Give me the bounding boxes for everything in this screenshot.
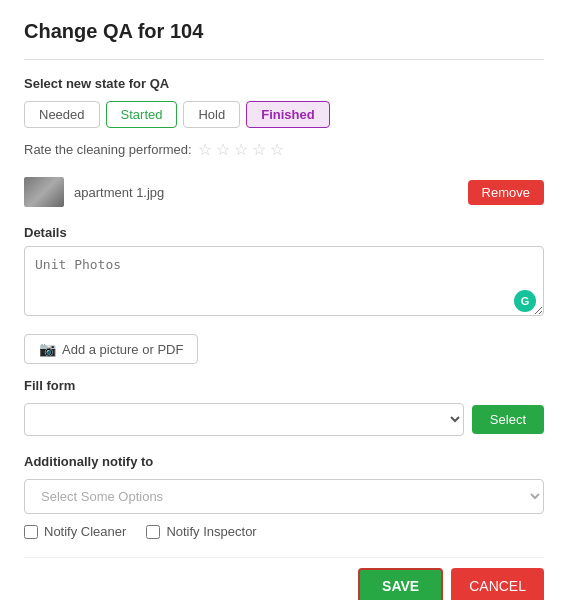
state-btn-started[interactable]: Started: [106, 101, 178, 128]
add-picture-button[interactable]: 📷 Add a picture or PDF: [24, 334, 198, 364]
image-row: apartment 1.jpg Remove: [24, 173, 544, 211]
thumb-inner: [24, 177, 64, 207]
rating-row: Rate the cleaning performed: ☆ ☆ ☆ ☆ ☆: [24, 140, 544, 159]
title-divider: [24, 59, 544, 60]
page-title: Change QA for 104: [24, 20, 544, 43]
state-label: Select new state for QA: [24, 76, 544, 91]
grammarly-letter: G: [521, 295, 530, 307]
notify-cleaner-item: Notify Cleaner: [24, 524, 126, 539]
details-section: Details G: [24, 225, 544, 320]
image-info: apartment 1.jpg: [24, 177, 164, 207]
notify-inspector-item: Notify Inspector: [146, 524, 256, 539]
stars-container: ☆ ☆ ☆ ☆ ☆: [198, 140, 284, 159]
star-1[interactable]: ☆: [198, 140, 212, 159]
star-2[interactable]: ☆: [216, 140, 230, 159]
image-filename: apartment 1.jpg: [74, 185, 164, 200]
camera-icon: 📷: [39, 341, 56, 357]
fill-form-row: Select: [24, 403, 544, 436]
notify-label: Additionally notify to: [24, 454, 544, 469]
notify-cleaner-label: Notify Cleaner: [44, 524, 126, 539]
details-label: Details: [24, 225, 544, 240]
fill-form-section: Fill form Select: [24, 378, 544, 436]
grammarly-icon: G: [514, 290, 536, 312]
star-4[interactable]: ☆: [252, 140, 266, 159]
cancel-button[interactable]: CANCEL: [451, 568, 544, 600]
save-button[interactable]: SAVE: [358, 568, 443, 600]
add-picture-label: Add a picture or PDF: [62, 342, 183, 357]
star-5[interactable]: ☆: [270, 140, 284, 159]
action-row: SAVE CANCEL: [24, 557, 544, 600]
fill-form-label: Fill form: [24, 378, 544, 393]
notify-inspector-label: Notify Inspector: [166, 524, 256, 539]
star-3[interactable]: ☆: [234, 140, 248, 159]
state-btn-hold[interactable]: Hold: [183, 101, 240, 128]
fill-form-select[interactable]: [24, 403, 464, 436]
checkbox-row: Notify Cleaner Notify Inspector: [24, 524, 544, 539]
state-buttons: Needed Started Hold Finished: [24, 101, 544, 128]
state-btn-finished[interactable]: Finished: [246, 101, 329, 128]
image-thumbnail: [24, 177, 64, 207]
details-textarea[interactable]: [24, 246, 544, 316]
textarea-wrapper: G: [24, 246, 544, 320]
notify-cleaner-checkbox[interactable]: [24, 525, 38, 539]
notify-inspector-checkbox[interactable]: [146, 525, 160, 539]
state-btn-needed[interactable]: Needed: [24, 101, 100, 128]
notify-section: Additionally notify to Select Some Optio…: [24, 454, 544, 539]
fill-form-select-button[interactable]: Select: [472, 405, 544, 434]
state-section: Select new state for QA Needed Started H…: [24, 76, 544, 128]
rating-label: Rate the cleaning performed:: [24, 142, 192, 157]
notify-select[interactable]: Select Some Options: [24, 479, 544, 514]
remove-image-button[interactable]: Remove: [468, 180, 544, 205]
